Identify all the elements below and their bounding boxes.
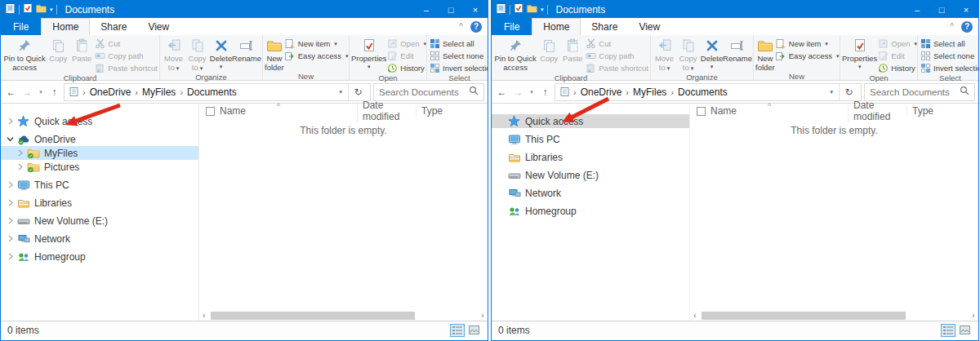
- nav-item-this-pc[interactable]: This PC: [1, 178, 198, 192]
- properties-button[interactable]: Properties ▾: [351, 36, 386, 70]
- nav-item-homegroup[interactable]: Homegroup: [1, 250, 198, 264]
- new-folder-shortcut-icon[interactable]: [36, 4, 47, 16]
- select-all-button[interactable]: Select all: [429, 38, 488, 49]
- back-button[interactable]: ←: [495, 86, 509, 98]
- nav-item-network[interactable]: Network: [1, 232, 198, 246]
- search-box[interactable]: Search Documents: [373, 83, 484, 101]
- column-header-name[interactable]: Name: [220, 105, 357, 117]
- horizontal-scrollbar[interactable]: ‹ ›: [690, 311, 978, 321]
- tab-home[interactable]: Home: [532, 18, 581, 35]
- minimize-ribbon-chevron-icon[interactable]: ^: [950, 22, 954, 31]
- scroll-right-arrow-icon[interactable]: ›: [478, 311, 488, 321]
- chevron-right-icon[interactable]: [15, 149, 25, 157]
- new-item-button[interactable]: New item ▾: [775, 38, 840, 49]
- search-box[interactable]: Search Documents: [864, 83, 975, 101]
- up-button[interactable]: ↑: [538, 86, 552, 98]
- new-folder-shortcut-icon[interactable]: [527, 4, 537, 16]
- scroll-left-arrow-icon[interactable]: ‹: [690, 311, 700, 321]
- rename-button[interactable]: Rename: [724, 36, 751, 64]
- new-folder-button[interactable]: New folder: [265, 36, 284, 72]
- column-header-date-modified[interactable]: Date modified: [848, 100, 906, 122]
- address-history-chevron-icon[interactable]: ▾: [333, 89, 348, 95]
- invert-selection-button[interactable]: Invert selection: [429, 63, 488, 73]
- column-header-type[interactable]: Type: [416, 105, 457, 117]
- refresh-icon[interactable]: ↻: [839, 84, 858, 100]
- scrollbar-thumb[interactable]: [211, 312, 415, 320]
- tab-file[interactable]: File: [492, 18, 532, 35]
- chevron-right-icon[interactable]: [5, 181, 16, 188]
- back-button[interactable]: ←: [4, 86, 18, 98]
- pin-to-quick-access-button[interactable]: Pin to Quick access: [493, 36, 537, 72]
- chevron-right-icon[interactable]: [15, 163, 25, 170]
- nav-item-network[interactable]: Network: [492, 186, 689, 200]
- nav-item-quick-access[interactable]: Quick access: [492, 114, 689, 128]
- tab-file[interactable]: File: [1, 18, 41, 35]
- column-header-date-modified[interactable]: Date modified: [357, 100, 416, 122]
- large-icons-view-button[interactable]: [466, 324, 481, 337]
- address-bar[interactable]: › OneDrive › MyFiles › Documents ▾ ↻: [555, 83, 862, 101]
- large-icons-view-button[interactable]: [957, 324, 972, 337]
- search-icon[interactable]: [960, 86, 969, 98]
- history-button[interactable]: History: [877, 63, 917, 73]
- tab-share[interactable]: Share: [90, 18, 137, 35]
- rename-button[interactable]: Rename: [233, 36, 261, 64]
- select-all-button[interactable]: Select all: [920, 38, 979, 49]
- delete-button[interactable]: Delete ▾: [700, 36, 724, 70]
- help-button[interactable]: ?: [470, 21, 482, 33]
- title-bar[interactable]: ▾ Documents – □ ×: [492, 1, 978, 18]
- scroll-right-arrow-icon[interactable]: ›: [969, 311, 978, 321]
- select-all-checkbox[interactable]: [697, 107, 706, 116]
- minimize-button[interactable]: –: [905, 1, 929, 18]
- chevron-right-icon[interactable]: [5, 253, 16, 260]
- customize-toolbar-chevron-icon[interactable]: ▾: [541, 7, 544, 13]
- nav-item-quick-access[interactable]: Quick access: [1, 114, 198, 128]
- breadcrumb-myfiles[interactable]: MyFiles: [630, 86, 669, 98]
- close-button[interactable]: ×: [463, 1, 488, 18]
- minimize-ribbon-chevron-icon[interactable]: ^: [459, 22, 463, 31]
- nav-item-libraries[interactable]: Libraries: [492, 150, 689, 164]
- close-button[interactable]: ×: [954, 1, 978, 18]
- column-header-type[interactable]: Type: [906, 105, 947, 117]
- scroll-left-arrow-icon[interactable]: ‹: [199, 311, 209, 321]
- pin-to-quick-access-button[interactable]: Pin to Quick access: [2, 36, 47, 72]
- nav-item-new-volume-e[interactable]: New Volume (E:): [1, 214, 198, 228]
- chevron-right-icon[interactable]: [5, 117, 16, 125]
- breadcrumb-myfiles[interactable]: MyFiles: [140, 86, 178, 98]
- details-view-button[interactable]: [450, 324, 465, 337]
- easy-access-button[interactable]: Easy access ▾: [284, 51, 349, 61]
- properties-shortcut-icon[interactable]: [23, 3, 33, 16]
- nav-item-myfiles[interactable]: MyFiles: [1, 146, 198, 160]
- chevron-right-icon[interactable]: [5, 235, 16, 242]
- breadcrumb-documents[interactable]: Documents: [675, 86, 730, 98]
- address-bar[interactable]: › OneDrive › MyFiles › Documents ▾ ↻: [64, 83, 371, 101]
- history-button[interactable]: History: [386, 63, 426, 73]
- scrollbar-thumb[interactable]: [702, 312, 906, 320]
- details-view-button[interactable]: [941, 324, 956, 337]
- easy-access-button[interactable]: Easy access ▾: [775, 51, 840, 61]
- tab-view[interactable]: View: [628, 18, 670, 35]
- breadcrumb-onedrive[interactable]: OneDrive: [87, 86, 134, 98]
- up-button[interactable]: ↑: [47, 86, 61, 98]
- customize-toolbar-chevron-icon[interactable]: ▾: [50, 7, 53, 13]
- chevron-right-icon[interactable]: [5, 217, 16, 224]
- tab-view[interactable]: View: [137, 18, 180, 35]
- horizontal-scrollbar[interactable]: ‹ ›: [199, 311, 488, 321]
- recent-locations-chevron-icon[interactable]: ▾: [528, 89, 536, 95]
- properties-button[interactable]: Properties ▾: [842, 36, 877, 70]
- nav-item-new-volume-e[interactable]: New Volume (E:): [492, 168, 689, 182]
- new-folder-button[interactable]: New folder: [755, 36, 775, 72]
- search-icon[interactable]: [469, 86, 479, 98]
- nav-item-libraries[interactable]: Libraries: [1, 196, 198, 210]
- help-button[interactable]: ?: [961, 21, 973, 33]
- scrollbar-track[interactable]: [209, 311, 478, 321]
- tab-share[interactable]: Share: [581, 18, 628, 35]
- delete-button[interactable]: Delete ▾: [209, 36, 233, 70]
- breadcrumb-onedrive[interactable]: OneDrive: [578, 86, 625, 98]
- nav-item-pictures[interactable]: Pictures: [1, 160, 198, 174]
- nav-item-onedrive[interactable]: OneDrive: [1, 132, 198, 146]
- tab-home[interactable]: Home: [41, 18, 90, 35]
- scrollbar-track[interactable]: [700, 311, 969, 321]
- select-all-checkbox[interactable]: [206, 107, 215, 116]
- maximize-button[interactable]: □: [439, 1, 463, 18]
- nav-item-homegroup[interactable]: Homegroup: [492, 204, 689, 218]
